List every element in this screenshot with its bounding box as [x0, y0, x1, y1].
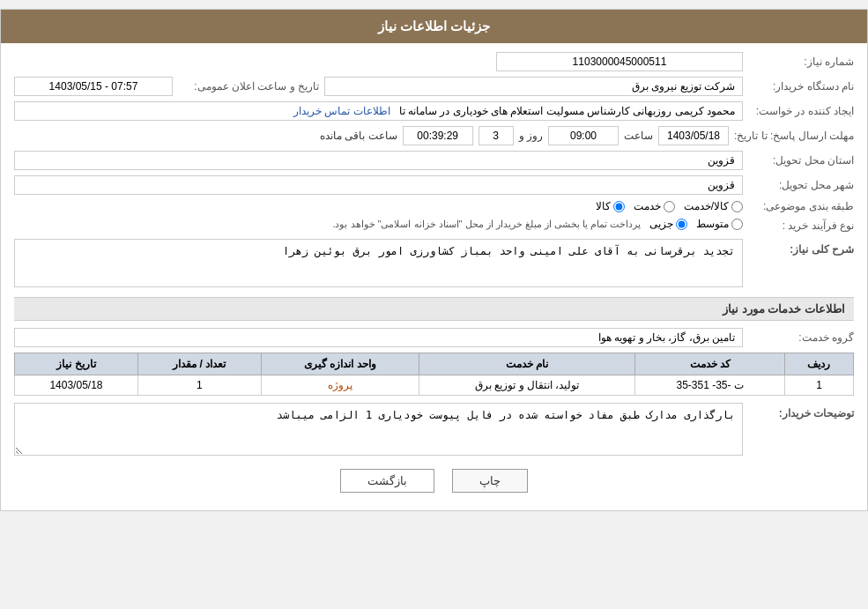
services-section-title: اطلاعات خدمات مورد نیاز [14, 297, 854, 321]
city-label: شهر محل تحویل: [748, 179, 854, 191]
province-row: استان محل تحویل: قزوین [14, 151, 854, 170]
service-group-value: تامین برق، گاز، بخار و تهویه هوا [14, 328, 743, 347]
buyer-notes-textarea[interactable] [14, 403, 743, 456]
cell-row-num: 1 [784, 375, 853, 396]
process-description: پرداخت تمام یا بخشی از مبلغ خریدار از مح… [332, 219, 641, 230]
city-value: قزوین [14, 175, 743, 195]
deadline-label: مهلت ارسال پاسخ: تا تاریخ: [734, 130, 854, 142]
col-unit: واحد اندازه گیری [261, 353, 419, 375]
process-motavaset-radio[interactable] [731, 219, 743, 230]
service-group-row: گروه خدمت: تامین برق، گاز، بخار و تهویه … [14, 328, 854, 347]
process-jozii-radio[interactable] [676, 219, 687, 230]
category-khadamat-item[interactable]: خدمت [634, 200, 675, 212]
category-kala-khadamat-radio[interactable] [731, 201, 743, 212]
print-button[interactable]: چاپ [452, 469, 528, 493]
creator-label: ایجاد کننده در خواست: [748, 105, 854, 117]
process-jozii-item[interactable]: جزیی [649, 218, 687, 230]
col-qty: تعداد / مقدار [137, 353, 261, 375]
cell-unit: پروژه [261, 375, 419, 396]
deadline-day-label: روز و [519, 130, 543, 142]
category-kala-radio[interactable] [613, 201, 625, 212]
process-jozii-label: جزیی [649, 218, 673, 230]
creator-value: محمود کریمی روزبهانی کارشناس مسولیت استع… [14, 101, 743, 121]
category-khadamat-radio[interactable] [664, 201, 675, 212]
back-button[interactable]: بازگشت [340, 469, 434, 493]
cell-code: ت -35- 351-35 [635, 375, 785, 396]
deadline-days: 3 [479, 126, 514, 145]
cell-date: 1403/05/18 [15, 375, 138, 396]
page-wrapper: جزئیات اطلاعات نیاز شماره نیاز: 11030000… [0, 9, 868, 511]
cell-qty: 1 [137, 375, 261, 396]
city-row: شهر محل تحویل: قزوین [14, 175, 854, 195]
province-value: قزوین [14, 151, 743, 170]
cell-name: تولید، انتقال و توزیع برق [419, 375, 635, 396]
process-motavaset-label: متوسط [696, 218, 729, 230]
deadline-time: 09:00 [548, 126, 619, 145]
category-kala-item[interactable]: کالا [596, 200, 625, 212]
table-row: 1 ت -35- 351-35 تولید، انتقال و توزیع بر… [15, 375, 854, 396]
description-label: شرح کلی نیاز: [748, 239, 854, 256]
deadline-time-label: ساعت [624, 130, 653, 142]
buyer-notes-container [14, 403, 743, 458]
description-textarea[interactable] [14, 239, 743, 287]
page-title: جزئیات اطلاعات نیاز [1, 10, 867, 43]
creator-text: محمود کریمی روزبهانی کارشناس مسولیت استع… [399, 105, 735, 117]
description-section: شرح کلی نیاز: [14, 239, 854, 290]
process-label: نوع فرآیند خرید : [748, 219, 854, 232]
category-radio-group: کالا/خدمت خدمت کالا [596, 200, 743, 212]
need-number-value: 1103000045000511 [496, 52, 743, 71]
datetime-value: 1403/05/15 - 07:57 [14, 77, 173, 96]
buttons-row: چاپ بازگشت [14, 469, 854, 493]
services-table: ردیف کد خدمت نام خدمت واحد اندازه گیری ت… [14, 353, 854, 396]
col-date: تاریخ نیاز [15, 353, 138, 375]
deadline-remaining-label: ساعت باقی مانده [320, 130, 397, 142]
datetime-label: تاریخ و ساعت اعلان عمومی: [178, 80, 319, 93]
deadline-date: 1403/05/18 [658, 126, 729, 145]
buyer-notes-label: توضیحات خریدار: [748, 403, 854, 420]
need-number-label: شماره نیاز: [748, 56, 854, 68]
category-kala-label: کالا [596, 200, 611, 212]
description-container [14, 239, 743, 290]
device-name-row: نام دستگاه خریدار: شرکت توزیع نیروی برق … [14, 77, 854, 96]
province-label: استان محل تحویل: [748, 154, 854, 167]
col-name: نام خدمت [419, 353, 635, 375]
process-motavaset-item[interactable]: متوسط [696, 218, 743, 230]
category-kala-khadamat-label: کالا/خدمت [684, 200, 729, 212]
deadline-remaining: 00:39:29 [403, 126, 473, 145]
process-radio-group: متوسط جزیی پرداخت تمام یا بخشی از مبلغ خ… [332, 218, 743, 230]
col-code: کد خدمت [635, 353, 785, 375]
col-row-num: ردیف [784, 353, 853, 375]
device-name-value: شرکت توزیع نیروی برق [324, 77, 743, 96]
creator-row: ایجاد کننده در خواست: محمود کریمی روزبها… [14, 101, 854, 121]
device-name-label: نام دستگاه خریدار: [748, 80, 854, 93]
buyer-notes-section: توضیحات خریدار: [14, 403, 854, 458]
creator-link[interactable]: اطلاعات تماس خریدار [293, 105, 390, 117]
category-khadamat-label: خدمت [634, 200, 661, 212]
process-row: نوع فرآیند خرید : متوسط جزیی پرداخت تمام… [14, 218, 854, 234]
need-number-row: شماره نیاز: 1103000045000511 [14, 52, 854, 71]
category-row: طبقه بندی موضوعی: کالا/خدمت خدمت کالا [14, 200, 854, 212]
content-area: شماره نیاز: 1103000045000511 نام دستگاه … [1, 43, 867, 510]
service-group-label: گروه خدمت: [748, 331, 854, 344]
deadline-row: مهلت ارسال پاسخ: تا تاریخ: 1403/05/18 سا… [14, 126, 854, 145]
category-label: طبقه بندی موضوعی: [748, 200, 854, 212]
category-kala-khadamat-item[interactable]: کالا/خدمت [684, 200, 743, 212]
